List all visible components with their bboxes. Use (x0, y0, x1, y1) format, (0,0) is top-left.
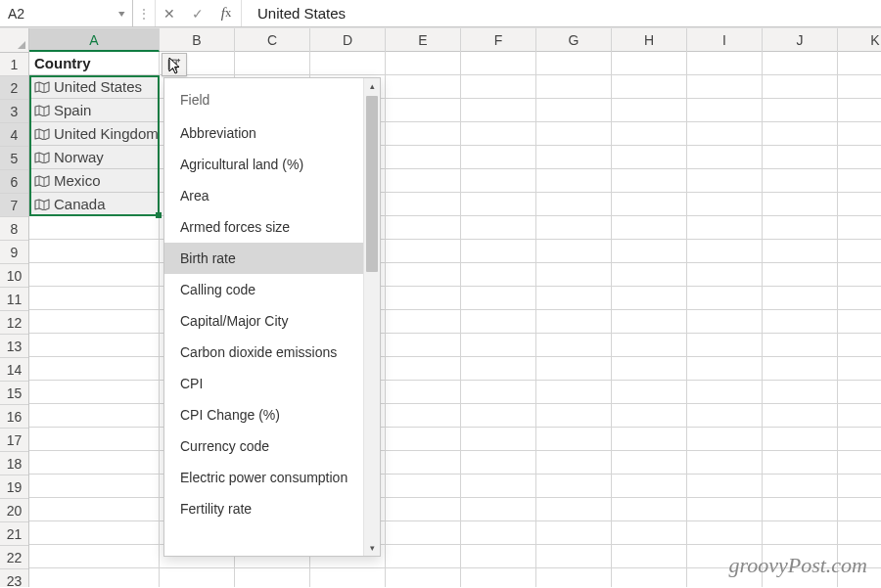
cell-E16[interactable] (386, 404, 461, 428)
cell-I18[interactable] (687, 451, 763, 475)
formula-bar-grip[interactable]: ⋮ (133, 0, 156, 26)
row-header-3[interactable]: 3 (0, 100, 28, 123)
cell-G12[interactable] (536, 310, 612, 334)
row-header-5[interactable]: 5 (0, 147, 28, 170)
cell-E13[interactable] (386, 334, 461, 357)
cell-H5[interactable] (612, 146, 687, 169)
row-header-10[interactable]: 10 (0, 264, 28, 288)
cell-A2[interactable]: United States (29, 75, 160, 99)
cell-E5[interactable] (386, 146, 461, 169)
scroll-down-icon[interactable]: ▾ (364, 540, 380, 556)
name-box[interactable]: A2 ▾ (0, 0, 133, 26)
cell-E14[interactable] (386, 357, 461, 381)
cell-K11[interactable] (838, 287, 881, 310)
cell-E3[interactable] (386, 99, 461, 122)
cell-E4[interactable] (386, 122, 461, 146)
cell-A18[interactable] (29, 451, 160, 475)
cell-J6[interactable] (763, 169, 838, 193)
row-header-9[interactable]: 9 (0, 241, 28, 264)
cell-G7[interactable] (536, 193, 612, 216)
cell-G4[interactable] (536, 122, 612, 146)
cell-F20[interactable] (461, 498, 536, 521)
cell-J3[interactable] (763, 99, 838, 122)
cell-A22[interactable] (29, 545, 160, 568)
cell-K2[interactable] (838, 75, 881, 99)
cell-G19[interactable] (536, 475, 612, 498)
dropdown-item[interactable]: Carbon dioxide emissions (164, 337, 363, 368)
insert-data-button[interactable] (162, 53, 187, 76)
cell-I1[interactable] (687, 52, 763, 75)
cell-G17[interactable] (536, 428, 612, 451)
cell-G13[interactable] (536, 334, 612, 357)
dropdown-item[interactable]: Capital/Major City (164, 305, 363, 337)
cell-J15[interactable] (763, 381, 838, 404)
cell-H21[interactable] (612, 521, 687, 545)
cell-E20[interactable] (386, 498, 461, 521)
cell-J21[interactable] (763, 521, 838, 545)
column-header-B[interactable]: B (160, 28, 235, 52)
cell-K23[interactable] (838, 568, 881, 587)
cell-I4[interactable] (687, 122, 763, 146)
cell-J12[interactable] (763, 310, 838, 334)
cell-I2[interactable] (687, 75, 763, 99)
dropdown-item[interactable]: Electric power consumption (164, 462, 363, 493)
cell-F23[interactable] (461, 568, 536, 587)
cell-K6[interactable] (838, 169, 881, 193)
cell-E6[interactable] (386, 169, 461, 193)
cell-A19[interactable] (29, 475, 160, 498)
cell-H18[interactable] (612, 451, 687, 475)
cell-A1[interactable]: Country (29, 52, 160, 75)
cell-J22[interactable] (763, 545, 838, 568)
row-header-4[interactable]: 4 (0, 123, 28, 147)
cell-K22[interactable] (838, 545, 881, 568)
cell-H16[interactable] (612, 404, 687, 428)
cell-J19[interactable] (763, 475, 838, 498)
dropdown-item[interactable]: Abbreviation (164, 117, 363, 149)
dropdown-item[interactable]: Armed forces size (164, 211, 363, 243)
dropdown-item[interactable]: Area (164, 180, 363, 211)
cell-I17[interactable] (687, 428, 763, 451)
column-header-G[interactable]: G (536, 28, 612, 52)
cell-F5[interactable] (461, 146, 536, 169)
cell-J5[interactable] (763, 146, 838, 169)
cell-H12[interactable] (612, 310, 687, 334)
cell-C23[interactable] (235, 568, 310, 587)
cell-K8[interactable] (838, 216, 881, 240)
field-dropdown-list[interactable]: FieldAbbreviationAgricultural land (%)Ar… (164, 78, 363, 556)
cell-J8[interactable] (763, 216, 838, 240)
cell-F21[interactable] (461, 521, 536, 545)
cell-J2[interactable] (763, 75, 838, 99)
dropdown-item[interactable]: Agricultural land (%) (164, 149, 363, 180)
cell-I12[interactable] (687, 310, 763, 334)
cell-G23[interactable] (536, 568, 612, 587)
cell-A15[interactable] (29, 381, 160, 404)
cell-G22[interactable] (536, 545, 612, 568)
cell-F15[interactable] (461, 381, 536, 404)
cell-J23[interactable] (763, 568, 838, 587)
cell-E8[interactable] (386, 216, 461, 240)
cell-K9[interactable] (838, 240, 881, 263)
cell-J1[interactable] (763, 52, 838, 75)
cell-H13[interactable] (612, 334, 687, 357)
cell-K10[interactable] (838, 263, 881, 287)
cell-E17[interactable] (386, 428, 461, 451)
cell-F6[interactable] (461, 169, 536, 193)
column-header-D[interactable]: D (310, 28, 386, 52)
cell-F19[interactable] (461, 475, 536, 498)
cell-A4[interactable]: United Kingdom (29, 122, 160, 146)
cell-I19[interactable] (687, 475, 763, 498)
row-header-21[interactable]: 21 (0, 522, 28, 546)
cell-G10[interactable] (536, 263, 612, 287)
cell-E2[interactable] (386, 75, 461, 99)
dropdown-item[interactable]: Currency code (164, 430, 363, 462)
cell-I6[interactable] (687, 169, 763, 193)
cell-I15[interactable] (687, 381, 763, 404)
cell-H20[interactable] (612, 498, 687, 521)
row-header-7[interactable]: 7 (0, 194, 28, 217)
cell-E12[interactable] (386, 310, 461, 334)
cell-A16[interactable] (29, 404, 160, 428)
row-header-15[interactable]: 15 (0, 382, 28, 405)
dropdown-item[interactable]: CPI Change (%) (164, 399, 363, 430)
cell-E1[interactable] (386, 52, 461, 75)
cell-E23[interactable] (386, 568, 461, 587)
